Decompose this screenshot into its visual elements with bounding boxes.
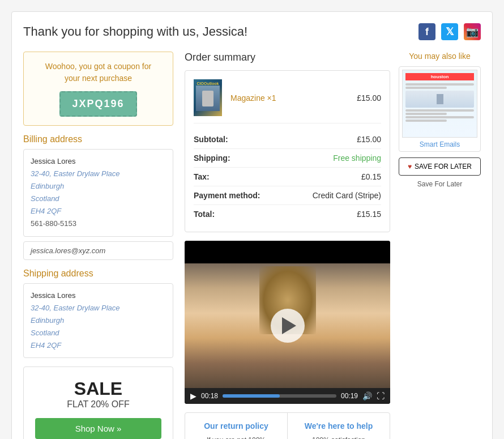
sale-title: SALE — [35, 378, 161, 399]
billing-address-box: Jessica Lores 32-40, Easter Drylaw Place… — [23, 149, 173, 237]
product-preview[interactable]: houston Smart Em — [399, 66, 481, 152]
product-image: CIOOutlook — [194, 79, 222, 116]
product-price: £15.00 — [357, 93, 381, 103]
return-policy-box: Our return policy If you are not 100% sa… — [185, 413, 288, 439]
help-policy-box: We're here to help 100% satisfaction gua… — [288, 413, 390, 439]
volume-button[interactable]: 🔊 — [362, 391, 372, 400]
return-policy-text: If you are not 100% satisfied with your … — [194, 435, 279, 439]
total-row: Total: £15.15 — [194, 205, 381, 223]
total-value: £15.15 — [357, 210, 381, 219]
payment-value: Credit Card (Stripe) — [313, 191, 381, 200]
billing-street: 32-40, Easter Drylaw Place — [31, 168, 166, 180]
you-may-like-title: You may also like — [399, 52, 481, 61]
preview-header: houston — [405, 73, 474, 80]
time-total: 00:19 — [341, 392, 358, 400]
preview-content — [405, 82, 474, 123]
product-row: CIOOutlook Magazine ×1 — [194, 79, 381, 123]
right-sidebar: You may also like houston — [399, 52, 481, 439]
payment-row: Payment method: Credit Card (Stripe) — [194, 186, 381, 205]
time-elapsed: 00:18 — [201, 392, 218, 400]
help-policy-text: 100% satisfaction guaranteed. Questions?… — [296, 435, 381, 439]
progress-bar[interactable] — [223, 394, 336, 398]
play-button[interactable] — [271, 309, 305, 343]
order-summary: Order summary CIOOutlook — [185, 52, 390, 232]
total-label: Total: — [194, 210, 215, 219]
fullscreen-button[interactable]: ⛶ — [377, 391, 385, 400]
shipping-name: Jessica Lores — [31, 289, 166, 302]
help-policy-title: We're here to help — [296, 421, 381, 431]
product-info: Magazine ×1 — [230, 93, 357, 103]
twitter-icon[interactable]: 𝕏 — [441, 23, 458, 40]
shop-now-button[interactable]: Shop Now » — [35, 418, 161, 439]
shipping-title: Shipping address — [23, 268, 173, 279]
play-triangle-icon — [282, 317, 296, 334]
order-summary-box: CIOOutlook Magazine ×1 — [185, 70, 390, 232]
billing-city: Edinburgh — [31, 180, 166, 193]
video-area: ▶ 00:18 00:19 🔊 ⛶ — [185, 241, 390, 404]
billing-email: jessica.lores@xyz.com — [23, 241, 173, 260]
shipping-city: Edinburgh — [31, 314, 166, 327]
sale-subtitle: FLAT 20% OFF — [35, 399, 161, 410]
video-frame[interactable] — [185, 263, 390, 388]
sale-box: SALE FLAT 20% OFF Shop Now » — [23, 366, 173, 439]
progress-fill — [223, 394, 279, 398]
product-name: Magazine ×1 — [230, 93, 276, 103]
subtotal-label: Subtotal: — [194, 135, 228, 144]
product-image-inner: CIOOutlook — [194, 79, 222, 116]
social-icons: f 𝕏 📷 — [418, 23, 481, 40]
page-title: Thank you for shopping with us, Jessica! — [23, 24, 247, 39]
billing-section: Billing address Jessica Lores 32-40, Eas… — [23, 134, 173, 260]
right-area: Order summary CIOOutlook — [185, 52, 481, 439]
return-policy-title: Our return policy — [194, 421, 279, 431]
save-later-label: Save For Later — [399, 180, 481, 188]
billing-region: Scotland — [31, 193, 166, 205]
instagram-icon[interactable]: 📷 — [464, 23, 481, 40]
tax-label: Tax: — [194, 172, 210, 181]
shipping-label: Shipping: — [194, 154, 230, 163]
video-black-bar — [185, 241, 390, 263]
billing-postcode: EH4 2QF — [31, 205, 166, 218]
left-column: Woohoo, you got a coupon for your next p… — [23, 52, 173, 439]
main-center: Order summary CIOOutlook — [185, 52, 390, 439]
facebook-icon[interactable]: f — [418, 23, 435, 40]
page-wrapper: Thank you for shopping with us, Jessica!… — [11, 11, 493, 439]
main-content: Woohoo, you got a coupon for your next p… — [23, 52, 481, 439]
preview-caption: Smart Emails — [402, 140, 477, 148]
shipping-value: Free shipping — [333, 154, 381, 163]
shipping-section: Shipping address Jessica Lores 32-40, Ea… — [23, 268, 173, 358]
shipping-address-box: Jessica Lores 32-40, Easter Drylaw Place… — [23, 283, 173, 358]
save-for-later-button[interactable]: ♥ SAVE FOR LATER — [399, 157, 481, 176]
shipping-street: 32-40, Easter Drylaw Place — [31, 302, 166, 314]
subtotal-value: £15.00 — [357, 135, 381, 144]
billing-name: Jessica Lores — [31, 155, 166, 168]
coupon-text: Woohoo, you got a coupon for your next p… — [32, 61, 164, 84]
heart-icon: ♥ — [408, 163, 412, 171]
product-preview-image: houston — [402, 70, 477, 138]
video-controls: ▶ 00:18 00:19 🔊 ⛶ — [185, 388, 390, 404]
save-later-button-label: SAVE FOR LATER — [415, 163, 472, 171]
shipping-postcode: EH4 2QF — [31, 339, 166, 352]
tax-row: Tax: £0.15 — [194, 168, 381, 186]
play-pause-button[interactable]: ▶ — [190, 391, 197, 400]
payment-label: Payment method: — [194, 191, 260, 200]
subtotal-row: Subtotal: £15.00 — [194, 130, 381, 149]
header: Thank you for shopping with us, Jessica!… — [23, 23, 481, 40]
policy-boxes: Our return policy If you are not 100% sa… — [185, 412, 390, 439]
order-summary-title: Order summary — [185, 52, 390, 63]
coupon-code[interactable]: JXPQ196 — [59, 91, 136, 117]
billing-title: Billing address — [23, 134, 173, 144]
coupon-box: Woohoo, you got a coupon for your next p… — [23, 52, 173, 126]
shipping-row: Shipping: Free shipping — [194, 149, 381, 168]
shipping-region: Scotland — [31, 327, 166, 339]
billing-phone: 561-880-5153 — [31, 218, 166, 230]
tax-value: £0.15 — [361, 172, 381, 181]
